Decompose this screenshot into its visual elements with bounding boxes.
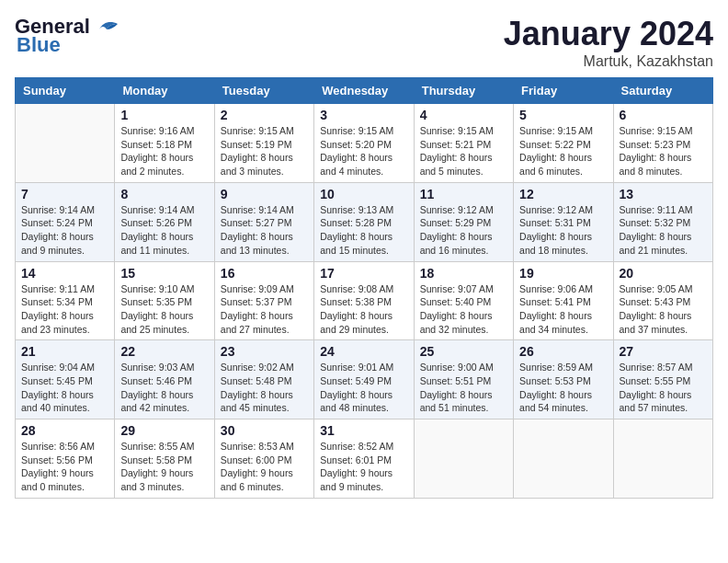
day-info: Sunrise: 9:05 AMSunset: 5:43 PMDaylight:… (620, 282, 707, 337)
calendar-cell: 10Sunrise: 9:13 AMSunset: 5:28 PMDayligh… (314, 182, 414, 261)
calendar-week-row: 14Sunrise: 9:11 AMSunset: 5:34 PMDayligh… (16, 261, 713, 340)
day-number: 29 (120, 423, 208, 438)
weekday-header: Thursday (414, 78, 513, 104)
day-number: 23 (221, 344, 308, 359)
calendar-week-row: 7Sunrise: 9:14 AMSunset: 5:24 PMDaylight… (16, 182, 713, 261)
calendar-cell: 27Sunrise: 8:57 AMSunset: 5:55 PMDayligh… (613, 340, 712, 419)
day-info: Sunrise: 9:01 AMSunset: 5:49 PMDaylight:… (320, 361, 407, 415)
day-number: 28 (21, 423, 108, 438)
calendar-table: SundayMondayTuesdayWednesdayThursdayFrid… (15, 77, 713, 499)
day-info: Sunrise: 8:53 AMSunset: 6:00 PMDaylight:… (221, 440, 308, 494)
weekday-header: Friday (514, 78, 613, 104)
day-number: 3 (320, 108, 407, 122)
day-number: 19 (519, 266, 607, 281)
day-info: Sunrise: 9:04 AMSunset: 5:45 PMDaylight:… (21, 361, 108, 415)
day-number: 13 (620, 187, 707, 201)
calendar-cell: 1Sunrise: 9:16 AMSunset: 5:18 PMDaylight… (115, 104, 214, 183)
calendar-cell: 12Sunrise: 9:12 AMSunset: 5:31 PMDayligh… (514, 182, 613, 261)
calendar-cell: 7Sunrise: 9:14 AMSunset: 5:24 PMDaylight… (16, 182, 115, 261)
day-info: Sunrise: 9:15 AMSunset: 5:22 PMDaylight:… (519, 124, 607, 178)
day-number: 14 (21, 266, 108, 281)
day-info: Sunrise: 9:08 AMSunset: 5:38 PMDaylight:… (320, 282, 407, 337)
day-info: Sunrise: 9:03 AMSunset: 5:46 PMDaylight:… (120, 361, 208, 415)
day-info: Sunrise: 9:15 AMSunset: 5:19 PMDaylight:… (221, 124, 308, 178)
weekday-header: Wednesday (314, 78, 414, 104)
calendar-cell: 31Sunrise: 8:52 AMSunset: 6:01 PMDayligh… (314, 419, 414, 499)
day-number: 11 (420, 187, 507, 201)
day-number: 10 (320, 187, 407, 201)
calendar-cell: 16Sunrise: 9:09 AMSunset: 5:37 PMDayligh… (214, 261, 313, 340)
calendar-cell: 21Sunrise: 9:04 AMSunset: 5:45 PMDayligh… (16, 340, 115, 419)
weekday-header: Saturday (613, 78, 712, 104)
calendar-week-row: 28Sunrise: 8:56 AMSunset: 5:56 PMDayligh… (16, 419, 713, 499)
location-subtitle: Martuk, Kazakhstan (504, 53, 713, 70)
day-info: Sunrise: 9:15 AMSunset: 5:21 PMDaylight:… (420, 124, 507, 178)
day-number: 2 (221, 108, 308, 122)
day-number: 8 (120, 187, 208, 201)
calendar-header-row: SundayMondayTuesdayWednesdayThursdayFrid… (16, 78, 713, 104)
calendar-cell: 8Sunrise: 9:14 AMSunset: 5:26 PMDaylight… (115, 182, 214, 261)
calendar-cell: 15Sunrise: 9:10 AMSunset: 5:35 PMDayligh… (115, 261, 214, 340)
day-number: 21 (21, 344, 108, 359)
title-block: January 2024 Martuk, Kazakhstan (504, 15, 713, 70)
calendar-cell: 30Sunrise: 8:53 AMSunset: 6:00 PMDayligh… (214, 419, 313, 499)
day-info: Sunrise: 9:11 AMSunset: 5:34 PMDaylight:… (21, 282, 108, 337)
day-info: Sunrise: 8:57 AMSunset: 5:55 PMDaylight:… (620, 361, 707, 415)
day-number: 17 (320, 266, 407, 281)
calendar-cell: 11Sunrise: 9:12 AMSunset: 5:29 PMDayligh… (414, 182, 513, 261)
weekday-header: Monday (115, 78, 214, 104)
day-info: Sunrise: 8:59 AMSunset: 5:53 PMDaylight:… (519, 361, 607, 415)
logo-blue-text: Blue (17, 33, 61, 57)
day-info: Sunrise: 8:55 AMSunset: 5:58 PMDaylight:… (120, 440, 208, 494)
day-info: Sunrise: 8:52 AMSunset: 6:01 PMDaylight:… (320, 440, 407, 494)
calendar-cell: 29Sunrise: 8:55 AMSunset: 5:58 PMDayligh… (115, 419, 214, 499)
calendar-cell: 26Sunrise: 8:59 AMSunset: 5:53 PMDayligh… (514, 340, 613, 419)
calendar-cell: 4Sunrise: 9:15 AMSunset: 5:21 PMDaylight… (414, 104, 513, 183)
calendar-cell: 14Sunrise: 9:11 AMSunset: 5:34 PMDayligh… (16, 261, 115, 340)
day-info: Sunrise: 9:12 AMSunset: 5:31 PMDaylight:… (519, 203, 607, 258)
calendar-cell: 19Sunrise: 9:06 AMSunset: 5:41 PMDayligh… (514, 261, 613, 340)
day-info: Sunrise: 9:10 AMSunset: 5:35 PMDaylight:… (120, 282, 208, 337)
day-info: Sunrise: 9:14 AMSunset: 5:26 PMDaylight:… (120, 203, 208, 258)
day-info: Sunrise: 9:15 AMSunset: 5:23 PMDaylight:… (620, 124, 707, 178)
weekday-header: Tuesday (214, 78, 313, 104)
page-header: General Blue January 2024 Martuk, Kazakh… (15, 15, 713, 70)
calendar-cell: 17Sunrise: 9:08 AMSunset: 5:38 PMDayligh… (314, 261, 414, 340)
day-info: Sunrise: 9:12 AMSunset: 5:29 PMDaylight:… (420, 203, 507, 258)
day-info: Sunrise: 9:16 AMSunset: 5:18 PMDaylight:… (120, 124, 208, 178)
calendar-cell: 18Sunrise: 9:07 AMSunset: 5:40 PMDayligh… (414, 261, 513, 340)
day-number: 15 (120, 266, 208, 281)
day-number: 22 (120, 344, 208, 359)
day-number: 7 (21, 187, 108, 201)
day-info: Sunrise: 9:14 AMSunset: 5:27 PMDaylight:… (221, 203, 308, 258)
calendar-cell: 24Sunrise: 9:01 AMSunset: 5:49 PMDayligh… (314, 340, 414, 419)
day-number: 31 (320, 423, 407, 438)
day-info: Sunrise: 9:09 AMSunset: 5:37 PMDaylight:… (221, 282, 308, 337)
day-number: 26 (519, 344, 607, 359)
day-number: 9 (221, 187, 308, 201)
day-info: Sunrise: 9:15 AMSunset: 5:20 PMDaylight:… (320, 124, 407, 178)
calendar-cell: 28Sunrise: 8:56 AMSunset: 5:56 PMDayligh… (16, 419, 115, 499)
calendar-cell: 5Sunrise: 9:15 AMSunset: 5:22 PMDaylight… (514, 104, 613, 183)
day-number: 6 (620, 108, 707, 122)
calendar-cell: 22Sunrise: 9:03 AMSunset: 5:46 PMDayligh… (115, 340, 214, 419)
day-info: Sunrise: 9:02 AMSunset: 5:48 PMDaylight:… (221, 361, 308, 415)
calendar-body: 1Sunrise: 9:16 AMSunset: 5:18 PMDaylight… (16, 104, 713, 499)
day-info: Sunrise: 9:14 AMSunset: 5:24 PMDaylight:… (21, 203, 108, 258)
day-info: Sunrise: 9:11 AMSunset: 5:32 PMDaylight:… (620, 203, 707, 258)
weekday-header: Sunday (16, 78, 115, 104)
calendar-cell (613, 419, 712, 499)
day-info: Sunrise: 9:06 AMSunset: 5:41 PMDaylight:… (519, 282, 607, 337)
calendar-cell: 20Sunrise: 9:05 AMSunset: 5:43 PMDayligh… (613, 261, 712, 340)
calendar-cell (16, 104, 115, 183)
calendar-cell: 23Sunrise: 9:02 AMSunset: 5:48 PMDayligh… (214, 340, 313, 419)
day-number: 16 (221, 266, 308, 281)
day-info: Sunrise: 9:00 AMSunset: 5:51 PMDaylight:… (420, 361, 507, 415)
day-number: 27 (620, 344, 707, 359)
day-number: 30 (221, 423, 308, 438)
month-title: January 2024 (504, 15, 713, 53)
calendar-cell: 13Sunrise: 9:11 AMSunset: 5:32 PMDayligh… (613, 182, 712, 261)
calendar-cell (514, 419, 613, 499)
day-number: 25 (420, 344, 507, 359)
day-number: 4 (420, 108, 507, 122)
